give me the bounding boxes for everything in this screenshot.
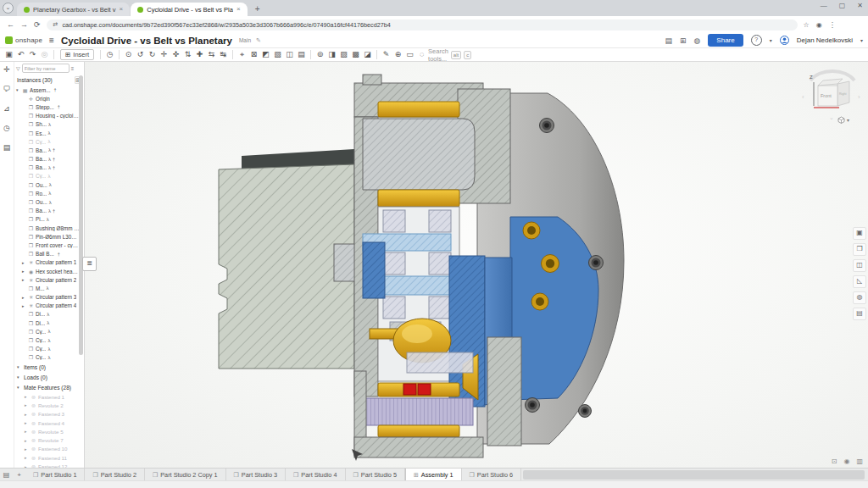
tree-item-circular-pattern-2[interactable]: ▸ ✳ Circular pattern 2 bbox=[14, 275, 84, 284]
insert-button[interactable]: ⊞ Insert bbox=[60, 49, 94, 60]
document-menu-icon[interactable]: ≡ bbox=[49, 36, 54, 45]
add-tab-button[interactable]: + bbox=[13, 469, 25, 481]
exploded-view-icon[interactable]: ◫ bbox=[284, 49, 295, 60]
tree-item-circular-pattern-3[interactable]: ▸ ✳ Circular pattern 3 bbox=[14, 293, 84, 302]
search-tools[interactable]: Search tools... alt c bbox=[428, 47, 471, 63]
planar-mate-icon[interactable]: ✚ bbox=[194, 49, 205, 60]
assembly-feature-icon[interactable]: ⊚ bbox=[314, 49, 326, 60]
tree-item-disc[interactable]: ❒ Di... λ bbox=[14, 319, 84, 327]
browser-tab-cycloidal[interactable]: Cycloidal Drive - vs Belt vs Pla × bbox=[131, 3, 247, 16]
tab-part-studio-2-copy-1[interactable]: ❒ Part Studio 2 Copy 1 bbox=[145, 469, 226, 481]
appearance-toggle-icon[interactable]: ◍ bbox=[853, 291, 866, 304]
mate-feature-revolute-7[interactable]: ▸ ⊚ Revolute 7 bbox=[14, 435, 84, 444]
replicate-icon[interactable]: ◩ bbox=[260, 49, 271, 60]
tree-item-bearing[interactable]: ❒ Ba... λ † bbox=[14, 164, 84, 172]
view-cube-menu-button[interactable]: ▾ bbox=[837, 116, 849, 124]
notifications-icon[interactable]: ◍ bbox=[693, 36, 700, 45]
display-states-toggle-icon[interactable]: ◫ bbox=[853, 259, 866, 272]
expand-icon[interactable]: ▸ bbox=[25, 438, 29, 443]
expand-icon[interactable]: ▸ bbox=[25, 394, 29, 399]
history-icon[interactable]: ◷ bbox=[104, 49, 115, 60]
redo-icon[interactable]: ↷ bbox=[27, 49, 38, 60]
ring-gear-section[interactable] bbox=[364, 398, 473, 425]
housing-bottom-right[interactable] bbox=[487, 337, 521, 446]
slider-mate-icon[interactable]: ✜ bbox=[170, 49, 181, 60]
housing-bottom-plate[interactable] bbox=[354, 437, 483, 458]
tree-item-bearing[interactable]: ❒ Ba... λ † bbox=[14, 207, 84, 215]
tree-item-ball-bearing[interactable]: ❒ Ball B... † bbox=[14, 250, 84, 258]
plane-toggle-icon[interactable]: ◺ bbox=[853, 275, 866, 288]
mate-connector-icon[interactable]: ▣ bbox=[3, 49, 14, 60]
panel-options-button[interactable]: ≣ bbox=[82, 257, 97, 271]
bearing-top-outer[interactable] bbox=[378, 102, 459, 117]
separator[interactable] bbox=[310, 50, 311, 59]
back-icon[interactable]: ← bbox=[7, 20, 14, 29]
url-field[interactable]: ⇄ cad.onshape.com/documents/9b72ed390f56… bbox=[47, 19, 798, 30]
tree-item-cycloidal-disc[interactable]: ❒ Cy... λ bbox=[14, 137, 84, 146]
tab-part-studio-4[interactable]: ❒ Part Studio 4 bbox=[286, 469, 345, 481]
history-panel-icon[interactable]: ◷ bbox=[3, 124, 10, 132]
isolate-icon[interactable]: ◪ bbox=[362, 49, 373, 60]
new-tab-button[interactable]: + bbox=[252, 3, 264, 15]
expand-icon[interactable]: ▸ bbox=[22, 295, 26, 300]
maximize-icon[interactable]: ▢ bbox=[839, 2, 846, 9]
tab-manager-icon[interactable]: ▤ bbox=[0, 469, 13, 481]
mate-feature-fastened-10[interactable]: ▸ ⊚ Fastened 10 bbox=[14, 445, 84, 453]
graphics-area[interactable]: ‹ › ⌄ Z Front Right ▾ ▣❒◫◺◍▤ bbox=[85, 62, 868, 468]
filter-input[interactable] bbox=[22, 64, 70, 73]
sync-icon[interactable]: ◎ bbox=[39, 49, 50, 60]
menu-icon[interactable]: ⋮ bbox=[829, 21, 836, 29]
tree-item-cylinder[interactable]: ❒ Cy... λ bbox=[14, 353, 84, 362]
mate-feature-fastened-1[interactable]: ▸ ⊚ Fastened 1 bbox=[14, 392, 84, 401]
mate-feature-fastened-4[interactable]: ▸ ⊚ Fastened 4 bbox=[14, 419, 84, 427]
tree-item-cycloidal-disc[interactable]: ❒ Cy... λ bbox=[14, 172, 84, 180]
tab-search-button[interactable]: ⌄ bbox=[3, 3, 14, 14]
tab-part-studio-3[interactable]: ❒ Part Studio 3 bbox=[226, 469, 286, 481]
parallel-mate-icon[interactable]: ⇆ bbox=[206, 49, 217, 60]
display-states-icon[interactable]: ◨ bbox=[326, 49, 337, 60]
apps-icon[interactable]: ⊞ bbox=[680, 36, 687, 45]
reload-icon[interactable]: ⟳ bbox=[34, 20, 41, 29]
fit-view-icon[interactable]: ⊡ bbox=[832, 458, 837, 465]
tree-item-disc[interactable]: ❒ Di... λ bbox=[14, 310, 84, 319]
appearance-icon[interactable]: ▩ bbox=[350, 49, 361, 60]
expand-icon[interactable]: ▸ bbox=[25, 446, 29, 452]
undo-icon[interactable]: ↶ bbox=[15, 49, 26, 60]
tree-item-part[interactable]: ❒ Es... λ bbox=[14, 129, 84, 137]
tree-item-circular-pattern-4[interactable]: ▸ ✳ Circular pattern 4 bbox=[14, 302, 84, 310]
filter-icon[interactable]: ▽ bbox=[16, 65, 20, 71]
bom-panel-icon[interactable]: ▤ bbox=[3, 143, 11, 152]
tree-item-bushing[interactable]: ❒ Bushing Ø8mm OD... bbox=[14, 224, 84, 232]
bom-toggle-icon[interactable]: ▤ bbox=[853, 308, 866, 320]
expand-icon[interactable]: ▸ bbox=[25, 412, 29, 417]
tree-item-bearing[interactable]: ❒ Ba... λ † bbox=[14, 155, 84, 164]
seal-1[interactable] bbox=[403, 384, 416, 395]
explode-toggle-icon[interactable]: ❒ bbox=[853, 243, 866, 256]
bearing-bottom-inner[interactable] bbox=[378, 425, 459, 437]
user-caret-icon[interactable]: ▾ bbox=[860, 37, 863, 43]
sketch-icon[interactable]: ✎ bbox=[381, 49, 392, 60]
cycloidal-drive-model[interactable] bbox=[195, 68, 636, 462]
workspace-label[interactable]: Main bbox=[239, 37, 251, 43]
panel-scrollbar[interactable] bbox=[79, 75, 83, 355]
bookmark-icon[interactable]: ☆ bbox=[804, 21, 810, 29]
minimize-icon[interactable]: — bbox=[821, 2, 827, 9]
tree-item-origin[interactable]: ✛ Origin bbox=[14, 94, 84, 103]
expand-icon[interactable]: ▸ bbox=[22, 260, 26, 265]
help-button[interactable]: ? bbox=[751, 35, 762, 46]
expand-icon[interactable]: ▸ bbox=[25, 420, 29, 425]
mate-feature-revolute-5[interactable]: ▸ ⊚ Revolute 5 bbox=[14, 427, 84, 435]
mate-features-section-header[interactable]: ▾Mate Features (28) bbox=[14, 382, 84, 392]
tree-item-pin[interactable]: ❒ Pi... λ bbox=[14, 215, 84, 224]
tree-item-stepper[interactable]: ❒ Stepp... † bbox=[14, 103, 84, 111]
tab-part-studio-1[interactable]: ❒ Part Studio 1 bbox=[25, 469, 85, 481]
tree-item-front-cover[interactable]: ❒ Front cover - cycloi... bbox=[14, 241, 84, 249]
tab-close-icon[interactable]: × bbox=[236, 6, 241, 13]
housing-step[interactable] bbox=[407, 352, 473, 373]
tree-item-output[interactable]: ❒ Ou... λ bbox=[14, 180, 84, 189]
tree-item-roller[interactable]: ❒ Ro... λ bbox=[14, 189, 84, 197]
front-cover-section[interactable] bbox=[363, 242, 385, 298]
tree-item-pin-6mm[interactable]: ❒ Pin-Ø6mm L30mm ... bbox=[14, 232, 84, 241]
frame-icon[interactable]: ▭ bbox=[404, 49, 415, 60]
rename-icon[interactable]: ✎ bbox=[256, 37, 261, 44]
